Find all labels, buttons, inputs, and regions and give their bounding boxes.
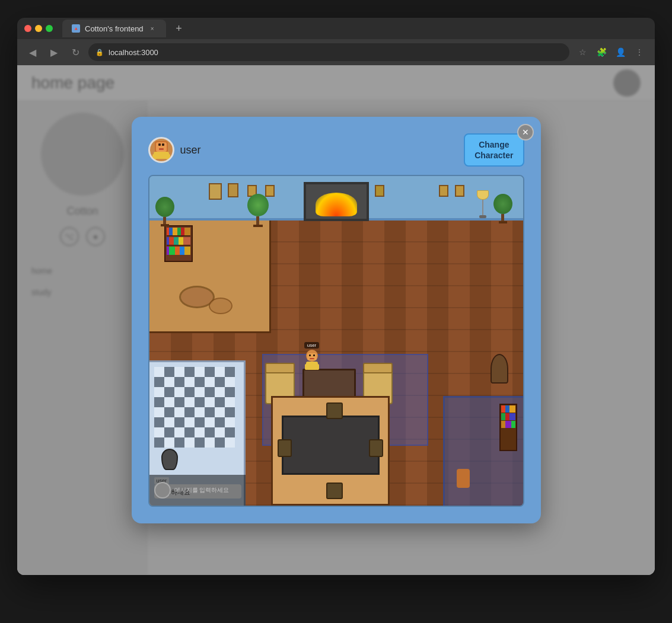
browser-tab-active[interactable]: 🔺 Cotton's frontend ×	[62, 20, 166, 37]
address-bar[interactable]: 🔒 localhost:3000	[88, 43, 569, 61]
back-btn[interactable]: ◀	[24, 44, 41, 60]
fireplace	[304, 182, 369, 221]
browser-window: 🔺 Cotton's frontend × + ◀ ▶ ↻ 🔒 localhos…	[17, 18, 655, 575]
address-lock-icon: 🔒	[95, 49, 104, 56]
chat-input-avatar	[154, 482, 171, 499]
game-modal: ✕	[132, 117, 541, 523]
library-rug2	[209, 298, 233, 314]
plant-left	[155, 197, 174, 226]
browser-toolbar: ◀ ▶ ↻ 🔒 localhost:3000 ☆ 🧩 👤 ⋮	[17, 39, 655, 65]
extensions-btn[interactable]: 🧩	[593, 44, 610, 60]
chat-input-hint: 메시지를 입력하세요	[174, 486, 241, 494]
address-url: localhost:3000	[109, 48, 158, 57]
close-icon: ✕	[522, 127, 529, 137]
refresh-btn[interactable]: ↻	[67, 44, 84, 60]
sofa-back-right	[363, 363, 393, 373]
svg-rect-6	[152, 154, 156, 160]
decor-right	[491, 354, 508, 384]
svg-rect-7	[167, 154, 170, 160]
desk-table	[282, 416, 380, 475]
traffic-lights	[24, 25, 53, 32]
new-tab-btn[interactable]: +	[171, 20, 187, 37]
br-bookshelf	[499, 404, 517, 451]
svg-rect-12	[310, 358, 314, 359]
wall-art-1	[209, 183, 222, 200]
change-character-btn[interactable]: ChangeCharacter	[464, 133, 524, 167]
browser-content: home page Cotton ⌥ ● home study ✕	[17, 65, 655, 575]
br-character	[457, 469, 470, 488]
profile-btn[interactable]: 👤	[612, 44, 629, 60]
bookshelf	[164, 225, 193, 262]
chair-right	[369, 439, 383, 457]
maximize-traffic-light[interactable]	[46, 25, 53, 32]
svg-rect-1	[156, 142, 167, 152]
user-avatar	[148, 137, 174, 163]
menu-btn[interactable]: ⋮	[631, 44, 648, 60]
bookmark-btn[interactable]: ☆	[574, 44, 591, 60]
wall-art-7	[439, 185, 448, 197]
svg-rect-9	[307, 353, 317, 360]
toolbar-actions: ☆ 🧩 👤 ⋮	[574, 44, 648, 60]
chat-input-content: 메시지를 입력하세요	[174, 486, 241, 494]
plant-right	[493, 194, 512, 223]
svg-rect-10	[309, 354, 311, 356]
game-canvas[interactable]: user 안녕하세요	[148, 175, 524, 507]
library-room	[149, 221, 271, 333]
player-character: user	[304, 342, 320, 371]
close-traffic-light[interactable]	[24, 25, 31, 32]
chair-top	[326, 402, 343, 419]
tab-title: Cotton's frontend	[85, 24, 144, 33]
svg-rect-3	[162, 143, 164, 146]
lamp-right	[477, 190, 489, 218]
wall-art-6	[375, 185, 384, 197]
browser-titlebar: 🔺 Cotton's frontend × +	[17, 18, 655, 39]
modal-overlay: ✕	[17, 65, 655, 575]
forward-btn[interactable]: ▶	[46, 44, 62, 60]
minimize-traffic-light[interactable]	[35, 25, 42, 32]
modal-close-btn[interactable]: ✕	[517, 124, 534, 140]
wall-art-2	[228, 183, 238, 197]
svg-rect-2	[158, 143, 161, 146]
plant-library	[247, 194, 269, 227]
player-name-label: user	[304, 342, 320, 349]
modal-username: user	[180, 144, 201, 156]
chess-piece	[161, 449, 178, 470]
wall-art-8	[455, 185, 464, 197]
chair-left	[278, 439, 292, 457]
study-room	[271, 396, 390, 506]
modal-header: user ChangeCharacter	[148, 133, 524, 167]
chair-bottom	[326, 483, 343, 499]
player-sprite	[304, 350, 320, 371]
svg-rect-11	[313, 354, 315, 356]
tab-favicon: 🔺	[72, 24, 80, 33]
br-room	[443, 396, 523, 506]
chat-input-area: 메시지를 입력하세요	[149, 475, 246, 506]
sofa-back-left	[265, 363, 295, 373]
user-info: user	[148, 137, 201, 163]
svg-rect-14	[305, 364, 308, 370]
tab-close-btn[interactable]: ×	[148, 24, 157, 33]
svg-rect-15	[316, 364, 319, 370]
svg-rect-4	[159, 148, 164, 150]
